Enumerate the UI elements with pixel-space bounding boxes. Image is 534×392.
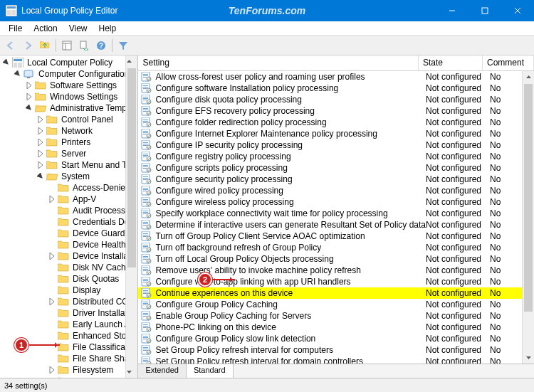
setting-state: Not configured [426,129,490,139]
setting-row[interactable]: Configure security policy processing Not… [138,174,534,185]
tree-server[interactable]: Server [0,148,137,159]
tree-distributed-com[interactable]: Distributed COM [0,296,137,307]
setting-state: Not configured [426,334,490,344]
setting-row[interactable]: Determine if interactive users can gener… [138,219,534,231]
list-scroll-thumb[interactable] [524,84,533,312]
tree-root[interactable]: Local Computer Policy [0,57,137,68]
tab-extended[interactable]: Extended [138,364,186,378]
forward-button[interactable] [20,38,36,53]
policy-icon [141,117,152,127]
tree-label: Computer Configuration [37,69,130,79]
setting-state: Not configured [426,322,490,332]
setting-name: Configure IP security policy processing [155,140,426,150]
list-header: Setting State Comment [138,55,534,71]
setting-row[interactable]: Configure EFS recovery policy processing… [138,105,534,117]
setting-row[interactable]: Configure wired policy processing Not co… [138,185,534,196]
close-button[interactable] [501,0,534,21]
setting-row[interactable]: Configure Group Policy Caching Not confi… [138,299,534,310]
setting-row[interactable]: Turn off Local Group Policy Objects proc… [138,253,534,265]
tree-printers[interactable]: Printers [0,137,137,148]
export-list-button[interactable] [76,38,92,53]
setting-row[interactable]: Configure folder redirection policy proc… [138,117,534,128]
show-hide-tree-button[interactable] [59,38,75,53]
setting-name: Configure software Installation policy p… [155,83,426,93]
policy-icon [141,356,152,364]
setting-row[interactable]: Allow cross-forest user policy and roami… [138,71,534,83]
tree-scrollbar[interactable] [125,55,137,378]
col-setting[interactable]: Setting [138,55,419,70]
setting-row[interactable]: Configure wireless policy processing Not… [138,196,534,208]
setting-name: Allow cross-forest user policy and roami… [155,72,426,82]
tree-device-health-attestation-service[interactable]: Device Health Attestation Service [0,239,137,250]
filter-button[interactable] [115,38,131,53]
maximize-button[interactable] [468,0,501,21]
menu-view[interactable]: View [63,22,93,35]
tree-file-share-shadow-copy-provider[interactable]: File Share Shadow Copy Provider [0,353,137,364]
setting-row[interactable]: Configure Group Policy slow link detecti… [138,333,534,344]
tree-label: Device Guard [71,228,126,238]
tree-network[interactable]: Network [0,125,137,137]
tree-system[interactable]: System [0,171,137,182]
policy-icon [141,186,152,196]
tree-driver-installation[interactable]: Driver Installation [0,307,137,319]
tree-folder-redirection[interactable]: Folder Redirection [0,376,137,378]
setting-row[interactable]: Configure disk quota policy processing N… [138,94,534,105]
setting-row[interactable]: Continue experiences on this device Not … [138,287,534,299]
menu-help[interactable]: Help [93,22,122,35]
tree-device-guard[interactable]: Device Guard [0,228,137,239]
tree-disk-quotas[interactable]: Disk Quotas [0,273,137,285]
policy-icon [141,106,152,116]
up-button[interactable] [37,38,53,53]
setting-row[interactable]: Phone-PC linking on this device Not conf… [138,322,534,333]
back-button[interactable] [3,38,19,53]
svg-text:?: ? [99,42,103,50]
setting-row[interactable]: Configure registry policy processing Not… [138,151,534,162]
menu-file[interactable]: File [3,22,28,35]
tree-app-v[interactable]: App-V [0,194,137,205]
tree-label: App-V [71,194,98,204]
setting-row[interactable]: Configure scripts policy processing Not … [138,162,534,174]
tree-display[interactable]: Display [0,285,137,296]
setting-row[interactable]: Turn off Group Policy Client Service AOA… [138,231,534,242]
setting-name: Turn off background refresh of Group Pol… [155,243,426,253]
list-scrollbar[interactable] [522,71,534,364]
setting-row[interactable]: Configure IP security policy processing … [138,139,534,151]
setting-row[interactable]: Configure Internet Explorer Maintenance … [138,128,534,139]
setting-row[interactable]: Enable Group Policy Caching for Servers … [138,310,534,322]
tab-standard[interactable]: Standard [187,364,234,378]
tree-device-installation[interactable]: Device Installation [0,250,137,262]
help-button[interactable]: ? [93,38,109,53]
setting-row[interactable]: Set Group Policy refresh interval for co… [138,344,534,356]
setting-row[interactable]: Specify workplace connectivity wait time… [138,208,534,219]
setting-row[interactable]: Turn off background refresh of Group Pol… [138,242,534,253]
tree-admin-templates[interactable]: Administrative Templates [0,102,137,114]
minimize-button[interactable] [436,0,468,21]
tree-filesystem[interactable]: Filesystem [0,364,137,376]
col-comment[interactable]: Comment [483,55,534,70]
tree-control-panel[interactable]: Control Panel [0,114,137,125]
tree-audit-process-creation[interactable]: Audit Process Creation [0,205,137,216]
tree-computer-config[interactable]: Computer Configuration [0,68,137,80]
setting-row[interactable]: Set Group Policy refresh interval for do… [138,356,534,364]
scope-tree[interactable]: Local Computer Policy Computer Configura… [0,55,138,378]
setting-state: Not configured [426,356,490,364]
setting-state: Not configured [426,95,490,105]
tree-windows-settings[interactable]: Windows Settings [0,91,137,102]
setting-name: Configure Group Policy Caching [155,300,426,309]
tree-disk-nv-cache[interactable]: Disk NV Cache [0,262,137,273]
menu-action[interactable]: Action [28,22,63,35]
tree-credentials-delegation[interactable]: Credentials Delegation [0,216,137,228]
tree-early-launch-antimalware[interactable]: Early Launch Antimalware [0,319,137,330]
tree-access-denied-assistance[interactable]: Access-Denied Assistance [0,182,137,194]
policy-icon [141,152,152,161]
col-state[interactable]: State [419,55,483,70]
setting-state: Not configured [426,163,490,173]
setting-row[interactable]: Configure software Installation policy p… [138,83,534,94]
title-bar: Local Group Policy Editor TenForums.com [0,0,534,21]
setting-name: Configure folder redirection policy proc… [155,117,426,127]
svg-rect-12 [482,8,488,14]
tree-software-settings[interactable]: Software Settings [0,80,137,91]
tree-scroll-thumb[interactable] [127,68,136,267]
setting-row[interactable]: Remove users' ability to invoke machine … [138,265,534,276]
tree-start-menu-and-taskbar[interactable]: Start Menu and Taskbar [0,159,137,171]
